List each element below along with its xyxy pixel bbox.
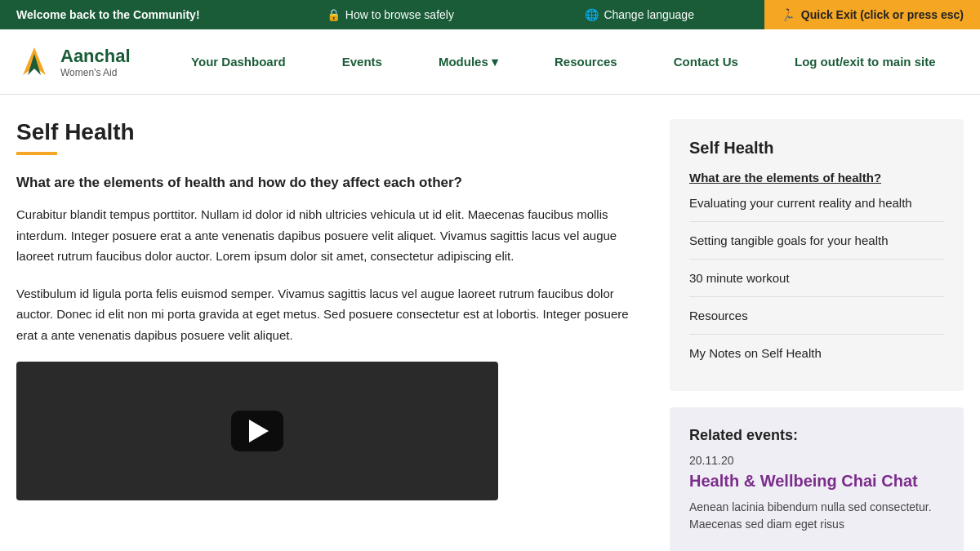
language-label: Change language	[604, 8, 694, 21]
nav-your-dashboard[interactable]: Your Dashboard	[183, 55, 294, 69]
banner-language[interactable]: 🌐 Change language	[515, 8, 764, 21]
quick-exit-button[interactable]: 🏃 Quick Exit (click or press esc)	[764, 0, 980, 29]
banner-welcome-text: Welcome back to the Community!	[0, 8, 265, 21]
nav-modules[interactable]: Modules ▾	[430, 55, 506, 69]
play-icon	[249, 420, 269, 442]
section-heading: What are the elements of health and how …	[16, 175, 645, 191]
play-button[interactable]	[231, 411, 283, 451]
main-content: Self Health What are the elements of hea…	[0, 95, 980, 551]
banner-safe-browsing[interactable]: 🔒 How to browse safely	[265, 8, 514, 21]
exit-label: Quick Exit (click or press esc)	[801, 8, 964, 21]
sidebar-nav-card: Self Health What are the elements of hea…	[670, 119, 964, 391]
nav-contact-us[interactable]: Contact Us	[666, 55, 746, 69]
logo[interactable]: Aanchal Women's Aid	[16, 44, 131, 80]
left-content: Self Health What are the elements of hea…	[16, 119, 645, 551]
event-name[interactable]: Health & Wellbeing Chai Chat	[689, 472, 944, 491]
exit-run-icon: 🏃	[781, 8, 795, 21]
related-events-card: Related events: 20.11.20 Health & Wellbe…	[670, 407, 964, 551]
nav-events[interactable]: Events	[334, 55, 390, 69]
page-title: Self Health	[16, 119, 645, 145]
lock-icon: 🔒	[327, 8, 341, 21]
sidebar-nav-item-3[interactable]: 30 minute workout	[689, 271, 944, 297]
logo-svg	[16, 44, 52, 80]
body-paragraph-1: Curabitur blandit tempus porttitor. Null…	[16, 204, 645, 267]
safe-browsing-label: How to browse safely	[345, 8, 454, 21]
logo-text-group: Aanchal Women's Aid	[60, 46, 131, 78]
nav-resources[interactable]: Resources	[546, 55, 626, 69]
sidebar-card-title: Self Health	[689, 139, 944, 158]
sidebar-nav-main-link[interactable]: What are the elements of health?	[689, 171, 944, 184]
related-events-title: Related events:	[689, 427, 944, 444]
logo-name: Aanchal	[60, 46, 131, 67]
logo-subtitle: Women's Aid	[60, 67, 131, 78]
sidebar-nav-item-4[interactable]: Resources	[689, 309, 944, 335]
event-date: 20.11.20	[689, 454, 944, 467]
title-underline	[16, 152, 57, 155]
nav-logout[interactable]: Log out/exit to main site	[786, 55, 944, 69]
sidebar-nav-item-1[interactable]: Evaluating your current reality and heal…	[689, 196, 944, 222]
nav-links: Your Dashboard Events Modules ▾ Resource…	[163, 55, 964, 69]
globe-icon: 🌐	[585, 8, 599, 21]
sidebar-nav-item-2[interactable]: Setting tangible goals for your health	[689, 233, 944, 260]
video-container[interactable]	[16, 362, 498, 500]
top-banner: Welcome back to the Community! 🔒 How to …	[0, 0, 980, 29]
main-nav: Aanchal Women's Aid Your Dashboard Event…	[0, 29, 980, 95]
right-sidebar: Self Health What are the elements of hea…	[670, 119, 964, 551]
body-paragraph-2: Vestibulum id ligula porta felis euismod…	[16, 283, 645, 346]
event-description: Aenean lacinia bibendum nulla sed consec…	[689, 499, 944, 533]
sidebar-nav-item-5[interactable]: My Notes on Self Health	[689, 346, 944, 360]
